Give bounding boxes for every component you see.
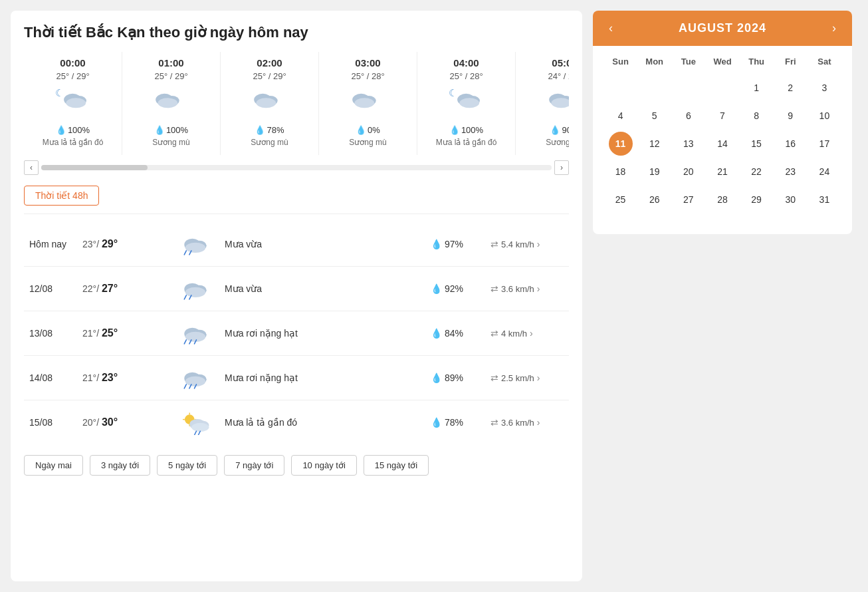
rain-drop-icon: 💧: [356, 125, 366, 135]
cal-day-cell[interactable]: 6: [677, 104, 701, 128]
chevron-down-icon[interactable]: ›: [537, 372, 540, 383]
daily-weather-icon: [169, 365, 222, 390]
hourly-wrapper: 00:00 25° / 29° ☾ 💧100% Mưa lả tả gần đó…: [24, 52, 569, 206]
page-title: Thời tiết Bắc Kạn theo giờ ngày hôm nay: [24, 24, 569, 41]
daily-wind: ⇄5.4 km/h ›: [490, 239, 564, 249]
chevron-down-icon[interactable]: ›: [537, 239, 540, 249]
cal-day-cell[interactable]: 15: [744, 132, 768, 156]
rain-drop-icon: 💧: [255, 125, 265, 135]
cal-day-cell[interactable]: 18: [609, 160, 633, 184]
scroll-controls: ‹ ›: [24, 160, 569, 175]
calendar-header: ‹ AUGUST 2024 ›: [593, 11, 852, 46]
rain-drop-icon: 💧: [550, 125, 560, 135]
wind-icon: ⇄: [490, 239, 498, 249]
nav-period-btn[interactable]: Ngày mai: [24, 455, 83, 476]
chevron-down-icon[interactable]: ›: [537, 417, 540, 428]
cal-day-cell[interactable]: 29: [744, 188, 768, 212]
wind-icon: ⇄: [490, 328, 498, 339]
scroll-right-btn[interactable]: ›: [554, 160, 569, 175]
hourly-desc: Sương mù: [546, 138, 569, 147]
scroll-left-btn[interactable]: ‹: [24, 160, 39, 175]
cal-day-cell[interactable]: 7: [710, 104, 734, 128]
cal-day-cell[interactable]: 27: [677, 188, 701, 212]
daily-desc: Mưa rơi nặng hạt: [222, 328, 431, 339]
daily-row: Hôm nay 23°/ 29° Mưa vừa 💧97% ⇄5.4 km/h …: [24, 222, 569, 267]
svg-point-22: [185, 243, 205, 253]
hourly-rain: 💧100%: [56, 125, 90, 135]
hourly-item: 02:00 25° / 29° 💧78% Sương mù: [221, 52, 319, 155]
hourly-scroll-container[interactable]: 00:00 25° / 29° ☾ 💧100% Mưa lả tả gần đó…: [24, 52, 569, 155]
cal-day-cell[interactable]: 5: [643, 104, 667, 128]
divider: [24, 214, 569, 214]
cal-next-btn[interactable]: ›: [829, 21, 839, 35]
daily-weather-icon: [169, 321, 222, 346]
cal-days-header: SunMonTueWedThuFriSat: [603, 54, 841, 69]
hourly-desc: Mưa lả tả gần đó: [43, 138, 104, 147]
cal-day-cell[interactable]: 28: [710, 188, 734, 212]
rain-drop-icon: 💧: [56, 125, 66, 135]
hourly-weather-icon: [250, 86, 290, 120]
daily-humidity: 💧92%: [431, 283, 490, 294]
cal-day-cell[interactable]: 17: [812, 132, 836, 156]
svg-line-50: [195, 431, 197, 435]
cal-day-cell[interactable]: 11: [609, 132, 633, 156]
scroll-thumb: [41, 165, 148, 170]
cal-day-name: Wed: [705, 54, 739, 69]
svg-point-3: [66, 98, 86, 108]
cal-day-cell[interactable]: 14: [710, 132, 734, 156]
hourly-time: 00:00: [60, 57, 85, 69]
cal-day-cell[interactable]: 22: [744, 160, 768, 184]
cal-day-cell[interactable]: 3: [812, 76, 836, 100]
btn-48h[interactable]: Thời tiết 48h: [24, 186, 99, 206]
daily-humidity: 💧97%: [431, 239, 490, 249]
nav-period-btn[interactable]: 5 ngày tới: [157, 455, 217, 476]
cal-day-cell[interactable]: 2: [778, 76, 802, 100]
cal-day-cell[interactable]: 25: [609, 188, 633, 212]
cal-day-cell[interactable]: 4: [609, 104, 633, 128]
svg-point-49: [191, 423, 209, 432]
cal-day-cell[interactable]: 26: [643, 188, 667, 212]
svg-line-23: [184, 251, 186, 255]
nav-period-btn[interactable]: 7 ngày tới: [224, 455, 284, 476]
cal-day-cell[interactable]: 23: [778, 160, 802, 184]
nav-period-btn[interactable]: 10 ngày tới: [291, 455, 356, 476]
hourly-desc: Sương mù: [251, 138, 288, 147]
cal-day-cell[interactable]: 19: [643, 160, 667, 184]
cal-day-cell[interactable]: 21: [710, 160, 734, 184]
daily-date: 13/08: [29, 328, 82, 339]
cal-day-cell[interactable]: 20: [677, 160, 701, 184]
daily-temp: 21°/ 23°: [82, 372, 169, 384]
nav-period-btn[interactable]: 3 ngày tới: [90, 455, 150, 476]
cal-day-cell[interactable]: 30: [778, 188, 802, 212]
svg-line-39: [184, 384, 186, 388]
cal-day-cell[interactable]: 31: [812, 188, 836, 212]
cal-day-cell[interactable]: 16: [778, 132, 802, 156]
cal-day-cell: [609, 76, 633, 100]
daily-wind: ⇄3.6 km/h ›: [490, 283, 564, 294]
cal-day-cell[interactable]: 9: [778, 104, 802, 128]
cal-day-cell[interactable]: 10: [812, 104, 836, 128]
cal-day-cell[interactable]: 1: [744, 76, 768, 100]
hourly-time: 05:00: [552, 57, 569, 69]
cal-day-cell[interactable]: 12: [643, 132, 667, 156]
hourly-time: 03:00: [355, 57, 380, 69]
chevron-down-icon[interactable]: ›: [537, 283, 540, 294]
cal-day-name: Thu: [740, 54, 774, 69]
hourly-rain: 💧100%: [449, 125, 483, 135]
hourly-rain: 💧0%: [356, 125, 380, 135]
daily-desc: Mưa vừa: [222, 239, 431, 249]
cal-day-cell[interactable]: 13: [677, 132, 701, 156]
svg-point-32: [185, 332, 205, 342]
chevron-down-icon[interactable]: ›: [530, 328, 533, 339]
cal-day-cell[interactable]: 8: [744, 104, 768, 128]
wind-icon: ⇄: [490, 372, 498, 383]
hourly-temp: 25° / 28°: [351, 71, 384, 81]
svg-point-38: [185, 376, 205, 386]
cal-day-cell[interactable]: 24: [812, 160, 836, 184]
daily-date: 14/08: [29, 372, 82, 383]
cal-prev-btn[interactable]: ‹: [606, 21, 615, 35]
hourly-temp: 25° / 29°: [154, 71, 187, 81]
hourly-temp: 24° / 28°: [548, 71, 569, 81]
cal-day-name: Sat: [808, 54, 841, 69]
nav-period-btn[interactable]: 15 ngày tới: [364, 455, 429, 476]
